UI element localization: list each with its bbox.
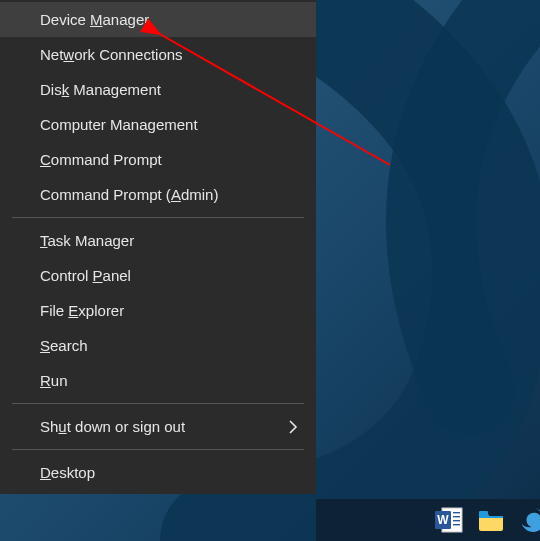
winx-power-user-menu[interactable]: Device ManagerNetwork ConnectionsDisk Ma… [0,0,316,494]
menu-item-label: Computer Management [40,116,296,133]
menu-separator [12,449,304,450]
menu-item-disk-management[interactable]: Disk Management [0,72,316,107]
svg-text:W: W [437,513,449,527]
menu-item-run[interactable]: Run [0,363,316,398]
menu-item-label: Desktop [40,464,296,481]
menu-item-label: Control Panel [40,267,296,284]
menu-item-desktop[interactable]: Desktop [0,455,316,490]
taskbar-icon-word[interactable]: W [434,503,464,537]
menu-item-label: Disk Management [40,81,296,98]
menu-item-shut-down-or-sign-out[interactable]: Shut down or sign out [0,409,316,444]
menu-item-label: Search [40,337,296,354]
menu-item-device-manager[interactable]: Device Manager [0,2,316,37]
menu-item-label: Task Manager [40,232,296,249]
menu-item-label: Command Prompt (Admin) [40,186,296,203]
menu-item-label: Run [40,372,296,389]
menu-item-label: File Explorer [40,302,296,319]
menu-separator [12,403,304,404]
menu-item-computer-management[interactable]: Computer Management [0,107,316,142]
svg-rect-6 [453,516,460,517]
svg-rect-9 [479,511,488,515]
taskbar-icon-edge[interactable] [518,503,540,537]
menu-item-file-explorer[interactable]: File Explorer [0,293,316,328]
chevron-right-icon [288,420,298,434]
menu-item-network-connections[interactable]: Network Connections [0,37,316,72]
menu-item-label: Network Connections [40,46,296,63]
menu-item-command-prompt-admin[interactable]: Command Prompt (Admin) [0,177,316,212]
taskbar[interactable]: W [316,499,540,541]
menu-separator [12,217,304,218]
svg-rect-5 [453,512,460,513]
svg-rect-7 [453,520,460,521]
menu-item-label: Command Prompt [40,151,296,168]
svg-rect-8 [453,524,460,525]
menu-item-search[interactable]: Search [0,328,316,363]
taskbar-icon-explorer[interactable] [476,503,506,537]
menu-item-control-panel[interactable]: Control Panel [0,258,316,293]
menu-item-task-manager[interactable]: Task Manager [0,223,316,258]
menu-item-command-prompt[interactable]: Command Prompt [0,142,316,177]
menu-item-label: Device Manager [40,11,296,28]
menu-item-label: Shut down or sign out [40,418,296,435]
